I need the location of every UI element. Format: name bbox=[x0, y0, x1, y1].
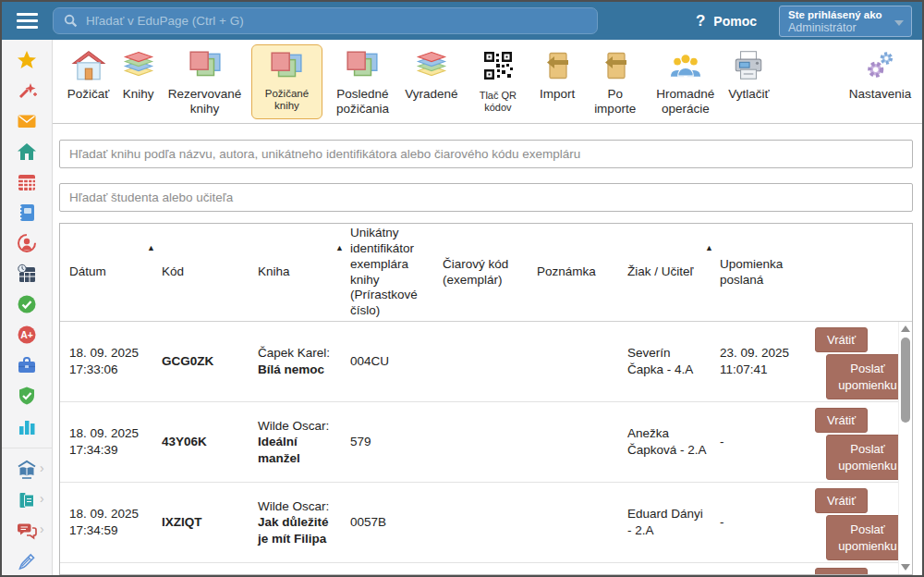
schedule-clock-icon bbox=[17, 264, 37, 284]
cell-person: Eduard Dányi - 2.A bbox=[618, 506, 711, 538]
gears-icon bbox=[863, 47, 898, 84]
toolbar-item-vyradene[interactable]: Vyradené bbox=[403, 47, 460, 102]
column-header-kod[interactable]: Kód bbox=[152, 264, 249, 280]
import-icon bbox=[599, 47, 632, 84]
cell-code: 43Y06K bbox=[152, 434, 249, 450]
content-area: Dátum▲ Kód Kniha▲ Unikátny identifikátor… bbox=[53, 124, 922, 575]
sort-asc-icon[interactable]: ▲ bbox=[147, 243, 155, 253]
menu-icon[interactable] bbox=[2, 13, 53, 29]
return-button[interactable]: Vrátiť bbox=[815, 408, 868, 433]
sidebar-item-notebook[interactable] bbox=[17, 203, 37, 223]
column-header-datum[interactable]: Dátum▲ bbox=[60, 264, 152, 280]
sidebar-item-briefcase[interactable] bbox=[17, 355, 37, 375]
column-header-kniha[interactable]: Kniha▲ bbox=[249, 264, 341, 280]
scroll-up-icon[interactable] bbox=[901, 325, 910, 332]
toolbar-item-label: Hromadné operácie bbox=[651, 87, 719, 116]
user-menu[interactable]: Ste prihlásený ako Administrátor bbox=[779, 6, 912, 37]
search-placeholder: Hľadať v EduPage (Ctrl + G) bbox=[86, 14, 244, 28]
sidebar-item-chat[interactable]: › bbox=[17, 521, 37, 541]
toolbar-item-label: Nastavenia bbox=[849, 87, 912, 102]
house-icon bbox=[71, 47, 106, 84]
column-header-ciarovy-kod[interactable]: Čiarový kód (exemplár) bbox=[433, 257, 528, 288]
table-header: Dátum▲ Kód Kniha▲ Unikátny identifikátor… bbox=[60, 224, 912, 322]
toolbar-item-knihy[interactable]: Knihy bbox=[118, 47, 158, 102]
printer-icon bbox=[731, 47, 766, 84]
toolbar-item-posledne-pozicania[interactable]: Posledné požičania bbox=[329, 47, 396, 116]
table-row: Vrátiť bbox=[60, 563, 898, 575]
app-window: Hľadať v EduPage (Ctrl + G) ? Pomoc Ste … bbox=[0, 0, 924, 577]
sidebar-item-star[interactable] bbox=[17, 50, 37, 70]
send-reminder-button[interactable]: Poslať upomienku bbox=[826, 435, 909, 480]
return-button[interactable]: Vrátiť bbox=[815, 327, 868, 352]
cell-actions: Vrátiť bbox=[809, 563, 898, 575]
notebook-icon bbox=[17, 203, 37, 223]
pen-icon bbox=[17, 551, 37, 571]
sidebar-item-statistics[interactable] bbox=[17, 416, 37, 436]
sidebar-item-documents[interactable]: › bbox=[17, 490, 37, 510]
toolbar-item-pozicane-knihy[interactable]: Požičané knihy bbox=[251, 44, 322, 119]
toolbar-item-vytlacit[interactable]: Vytlačiť bbox=[726, 47, 772, 102]
sidebar-item-home[interactable] bbox=[17, 141, 37, 162]
messages-icon bbox=[17, 521, 37, 541]
book-search-input[interactable] bbox=[59, 140, 913, 168]
cell-book: Čapek Karel:Bílá nemoc bbox=[249, 345, 341, 377]
toolbar-item-rezervovane-knihy[interactable]: Rezervované knihy bbox=[164, 47, 245, 116]
toolbar-item-po-importe[interactable]: Po importe bbox=[585, 47, 645, 116]
table-row: 18. 09. 202517:33:06 GCG0ZK Čapek Karel:… bbox=[60, 322, 898, 402]
toolbar-item-hromadne-operacie[interactable]: Hromadné operácie bbox=[651, 47, 719, 116]
cell-date: 18. 09. 202517:33:06 bbox=[60, 345, 152, 377]
toolbar-item-tlac-qr-kodov[interactable]: Tlač QR kódov bbox=[467, 47, 529, 113]
cell-uid: 004CU bbox=[341, 353, 433, 370]
return-button[interactable]: Vrátiť bbox=[815, 488, 868, 513]
help-button[interactable]: ? Pomoc bbox=[696, 12, 757, 31]
sidebar-item-profile[interactable] bbox=[17, 233, 37, 253]
shield-check-icon bbox=[17, 386, 37, 406]
sidebar-item-grades[interactable]: A+ bbox=[17, 325, 37, 345]
sidebar-item-security[interactable] bbox=[17, 386, 37, 406]
bar-chart-icon bbox=[17, 416, 37, 436]
column-header-poznamka[interactable]: Poznámka bbox=[528, 264, 618, 280]
scroll-down-icon[interactable] bbox=[901, 564, 910, 571]
sidebar-item-library[interactable]: › bbox=[17, 460, 37, 480]
sidebar-item-wizard[interactable] bbox=[17, 80, 37, 101]
column-header-unikatny-identifikator[interactable]: Unikátny identifikátor exemplára knihy (… bbox=[341, 226, 433, 319]
cell-code: GCG0ZK bbox=[152, 353, 249, 370]
send-reminder-button[interactable]: Poslať upomienku bbox=[826, 515, 909, 560]
column-header-upomienka[interactable]: Upomienka poslaná bbox=[711, 257, 809, 288]
student-search-input[interactable] bbox=[59, 183, 913, 212]
table-scrollbar[interactable] bbox=[898, 322, 912, 574]
cell-book: Wilde Oscar:Jak důležité je mít Filipa bbox=[249, 498, 341, 547]
return-button[interactable]: Vrátiť bbox=[815, 568, 868, 575]
sidebar-item-messages[interactable] bbox=[17, 111, 37, 131]
sidebar-item-timetable[interactable] bbox=[17, 264, 37, 284]
cell-date: 18. 09. 202517:34:59 bbox=[60, 506, 152, 538]
sidebar-divider bbox=[2, 448, 52, 448]
toolbar-item-import[interactable]: Import bbox=[536, 47, 578, 102]
check-circle-icon bbox=[17, 294, 37, 314]
global-search-input[interactable]: Hľadať v EduPage (Ctrl + G) bbox=[53, 7, 598, 34]
chevron-right-icon: › bbox=[40, 461, 44, 474]
chevron-down-icon bbox=[894, 20, 904, 26]
book-stack-icon bbox=[120, 47, 157, 84]
import-icon bbox=[541, 47, 574, 84]
sidebar-item-editor[interactable] bbox=[17, 551, 37, 571]
toolbar-item-pozicat[interactable]: Požičať bbox=[65, 47, 112, 102]
stacked-cards-icon bbox=[188, 47, 223, 84]
toolbar-item-label: Vyradené bbox=[405, 87, 457, 102]
column-header-ziak-ucitel[interactable]: Žiak / Učiteľ▲ bbox=[618, 264, 711, 280]
calendar-icon bbox=[17, 172, 37, 192]
send-reminder-button[interactable]: Poslať upomienku bbox=[826, 354, 909, 399]
toolbar-item-nastavenia[interactable]: Nastavenia bbox=[845, 47, 916, 102]
toolbar-item-label: Požičané knihy bbox=[256, 88, 318, 112]
sidebar-item-attendance[interactable] bbox=[17, 294, 37, 314]
user-role: Administrátor bbox=[788, 21, 903, 35]
help-icon: ? bbox=[696, 12, 705, 31]
logged-in-as-label: Ste prihlásený ako bbox=[788, 8, 903, 21]
scrollbar-thumb[interactable] bbox=[901, 338, 910, 423]
toolbar-item-label: Import bbox=[540, 87, 575, 102]
table-row: 18. 09. 202517:34:59 IXZIQT Wilde Oscar:… bbox=[60, 483, 898, 563]
sort-asc-icon[interactable]: ▲ bbox=[705, 243, 713, 253]
library-icon bbox=[17, 460, 37, 480]
stacked-cards-icon bbox=[345, 47, 380, 84]
sidebar-item-calendar[interactable] bbox=[17, 172, 37, 192]
